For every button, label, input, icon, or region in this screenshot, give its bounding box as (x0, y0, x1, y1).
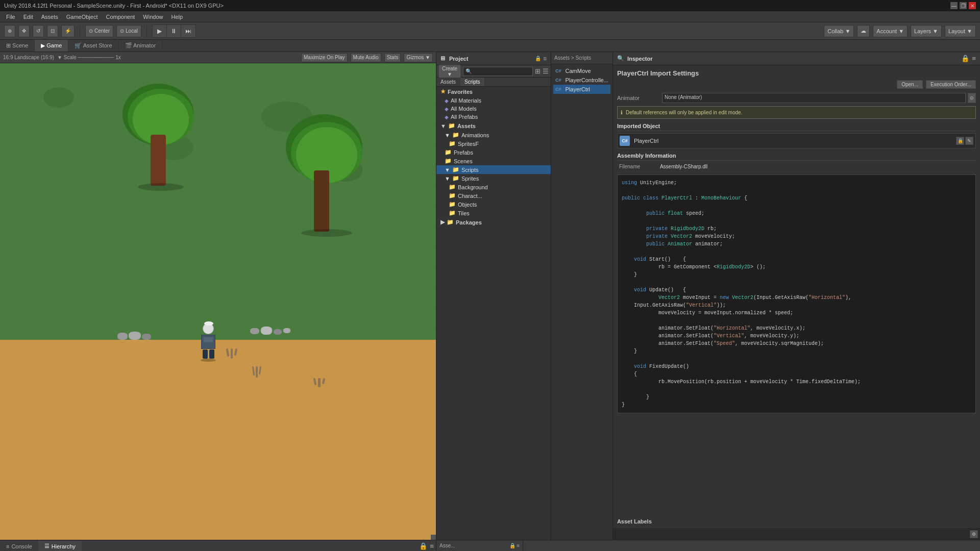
background-folder-icon: 📁 (449, 184, 456, 190)
charact-item[interactable]: 📁 Charact... (436, 191, 551, 200)
tool-rotate[interactable]: ↺ (33, 25, 44, 37)
scripts-item[interactable]: ▼ 📁 Scripts (436, 165, 551, 174)
menu-gameobject[interactable]: GameObject (62, 13, 102, 21)
tool-rect[interactable]: ⚡ (61, 25, 75, 37)
tab-scene[interactable]: ⊞ Scene (0, 40, 35, 52)
sprites-label: Sprites (461, 176, 479, 182)
asset-labels-btn[interactable]: ⚙ (970, 530, 978, 538)
player-controller-script[interactable]: C# PlayerControlle... (553, 76, 610, 85)
player-ctrl-script[interactable]: C# PlayerCtrl (553, 85, 610, 94)
account-btn[interactable]: Account ▼ (873, 25, 908, 37)
bottom-menu-btn[interactable]: ≡ (430, 542, 434, 550)
maximize-btn[interactable]: ❐ (960, 2, 967, 9)
animations-arrow: ▼ (445, 132, 450, 138)
animations-label: Animations (461, 132, 489, 138)
console-tab[interactable]: ≡ Console (0, 541, 38, 552)
spritesf-item[interactable]: 📁 SpritesF (436, 139, 551, 148)
pause-btn[interactable]: ⏸ (167, 25, 181, 37)
prefabs-folder-icon: 📁 (445, 149, 452, 156)
sprites-arrow: ▼ (445, 176, 450, 182)
minimize-btn[interactable]: — (950, 2, 958, 9)
all-prefabs-label: All Prefabs (451, 114, 478, 120)
imported-object-header: Imported Object (617, 123, 976, 131)
scale-label: ▼ Scale ────────── 1x (57, 55, 121, 60)
bottom-asset-label: Asse... (439, 543, 455, 548)
project-lock-btn[interactable]: 🔒 (535, 55, 541, 62)
grass-patch-1 (43, 87, 74, 108)
stats-btn[interactable]: Stats (384, 53, 401, 62)
sprites-item[interactable]: ▼ 📁 Sprites (436, 174, 551, 183)
menu-assets[interactable]: Assets (37, 13, 62, 21)
warning-text: Default references will only be applied … (626, 110, 742, 115)
tab-animator[interactable]: 🎬 Animator (119, 40, 162, 52)
menu-edit[interactable]: Edit (19, 13, 37, 21)
cam-move-script[interactable]: C# CamMove (553, 66, 610, 76)
menu-help[interactable]: Help (167, 13, 187, 21)
animations-item[interactable]: ▼ 📁 Animations (436, 131, 551, 139)
hierarchy-tab[interactable]: ☰ Hierarchy (38, 541, 82, 551)
gizmos-btn[interactable]: Gizmos ▼ (404, 53, 433, 62)
inspector-title: Inspector (627, 56, 653, 62)
objects-item[interactable]: 📁 Objects (436, 200, 551, 209)
import-settings-title: PlayerCtrl Import Settings (617, 69, 976, 77)
packages-header[interactable]: ▶ 📁 Packages (436, 217, 551, 227)
rocks-right (250, 328, 290, 335)
project-search-input[interactable] (463, 67, 533, 76)
background-item[interactable]: 📁 Background (436, 183, 551, 191)
scenes-item[interactable]: 📁 Scenes (436, 157, 551, 165)
imported-name: PlayerCtrl (634, 138, 658, 144)
inspector-lock-btn[interactable]: 🔒 (961, 55, 970, 62)
menu-component[interactable]: Component (102, 13, 139, 21)
scripts-folder-icon: 📁 (452, 166, 459, 173)
tool-move[interactable]: ✥ (18, 25, 30, 37)
inspector-panel: 🔍 Inspector 🔒 ≡ PlayerCtrl Import Settin… (613, 52, 980, 540)
assets-root-label: Assets (457, 123, 476, 129)
imported-cs-icon: C# (620, 136, 630, 146)
menu-window[interactable]: Window (139, 13, 167, 21)
layers-btn[interactable]: Layers ▼ (911, 25, 942, 37)
bottom-panel: ≡ Console ☰ Hierarchy 🔒 ≡ Create ▼ All ▼… (0, 540, 980, 551)
imported-lock-btn[interactable]: 🔒 (956, 137, 964, 145)
menu-file[interactable]: File (2, 13, 19, 21)
bottom-asset-lock-btn[interactable]: 🔒 (509, 543, 516, 548)
favorites-header[interactable]: ★ Favorites (436, 87, 551, 96)
play-btn[interactable]: ▶ (153, 25, 167, 37)
prefabs-item[interactable]: 📁 Prefabs (436, 148, 551, 157)
close-btn[interactable]: ✕ (969, 2, 976, 9)
assets-root-header[interactable]: ▼ 📁 Assets (436, 121, 551, 131)
tool-scale[interactable]: ⊡ (47, 25, 58, 37)
project-tab-assets[interactable]: Assets (436, 78, 460, 86)
step-btn[interactable]: ⏭ (181, 25, 195, 37)
animator-row: Animator None (Animator) ⊙ (617, 93, 976, 103)
tab-game[interactable]: ▶ Game (35, 40, 68, 52)
bottom-lock-btn[interactable]: 🔒 (419, 542, 428, 550)
project-menu-btn[interactable]: ≡ (543, 55, 547, 62)
center-btn[interactable]: ⊙ Center (85, 25, 113, 37)
collab-btn[interactable]: Collab ▼ (824, 25, 854, 37)
all-prefabs-item[interactable]: ◆ All Prefabs (436, 113, 551, 121)
cloud-btn[interactable]: ☁ (857, 25, 870, 37)
spritesf-label: SpritesF (458, 141, 479, 147)
mute-audio-btn[interactable]: Mute Audio (351, 53, 381, 62)
inspector-menu-btn[interactable]: ≡ (972, 55, 976, 62)
execution-order-btn[interactable]: Execution Order... (926, 80, 976, 89)
bottom-asset-menu-btn[interactable]: ≡ (517, 543, 520, 548)
search-type-btn[interactable]: ☰ (543, 67, 549, 75)
animator-circle-btn[interactable]: ⊙ (968, 93, 976, 103)
maximize-play-btn[interactable]: Maximize On Play (301, 53, 348, 62)
open-btn[interactable]: Open... (897, 80, 923, 89)
imported-edit-btn[interactable]: ✎ (965, 137, 973, 145)
all-materials-item[interactable]: ◆ All Materials (436, 96, 551, 105)
tool-transform[interactable]: ⊕ (4, 25, 15, 37)
layout-btn[interactable]: Layout ▼ (945, 25, 976, 37)
local-btn[interactable]: ⊙ Local (116, 25, 141, 37)
search-filter-btn[interactable]: ⊞ (535, 67, 541, 75)
rocks-left (117, 333, 151, 340)
resize-handle[interactable] (431, 535, 436, 540)
sand-texture (0, 340, 436, 540)
project-create-btn[interactable]: Create ▼ (438, 65, 461, 78)
tab-asset-store[interactable]: 🛒 Asset Store (68, 40, 118, 52)
project-tab-scripts[interactable]: Scripts (460, 78, 485, 86)
all-models-item[interactable]: ◆ All Models (436, 105, 551, 113)
tiles-item[interactable]: 📁 Tiles (436, 209, 551, 217)
